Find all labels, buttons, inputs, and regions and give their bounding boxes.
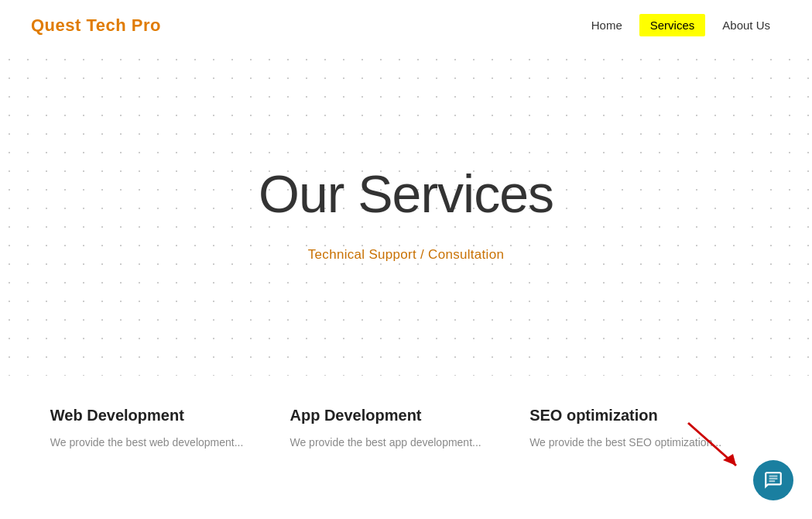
service-app-desc: We provide the best app development...	[290, 434, 522, 451]
nav-about[interactable]: About Us	[711, 14, 781, 36]
logo[interactable]: Quest Tech Pro	[31, 15, 161, 36]
hero-subtitle: Technical Support / Consultation	[308, 247, 504, 263]
hero-section: Our Services Technical Support / Consult…	[0, 50, 812, 376]
service-web-development: Web Development We provide the best web …	[50, 407, 283, 451]
services-section: Web Development We provide the best web …	[0, 376, 812, 466]
service-seo-desc: We provide the best SEO optimization...	[529, 434, 762, 451]
service-seo-title: SEO optimization	[529, 407, 762, 424]
nav-home[interactable]: Home	[581, 14, 633, 36]
service-web-desc: We provide the best web development...	[50, 434, 283, 451]
header: Quest Tech Pro Home Services About Us	[0, 0, 812, 50]
hero-title: Our Services	[259, 163, 553, 224]
nav: Home Services About Us	[581, 14, 781, 36]
chat-icon	[763, 470, 783, 490]
chat-button[interactable]	[753, 460, 793, 500]
service-app-development: App Development We provide the best app …	[290, 407, 522, 451]
service-app-title: App Development	[290, 407, 522, 424]
nav-services[interactable]: Services	[639, 14, 706, 36]
service-web-title: Web Development	[50, 407, 283, 424]
service-seo: SEO optimization We provide the best SEO…	[529, 407, 762, 451]
